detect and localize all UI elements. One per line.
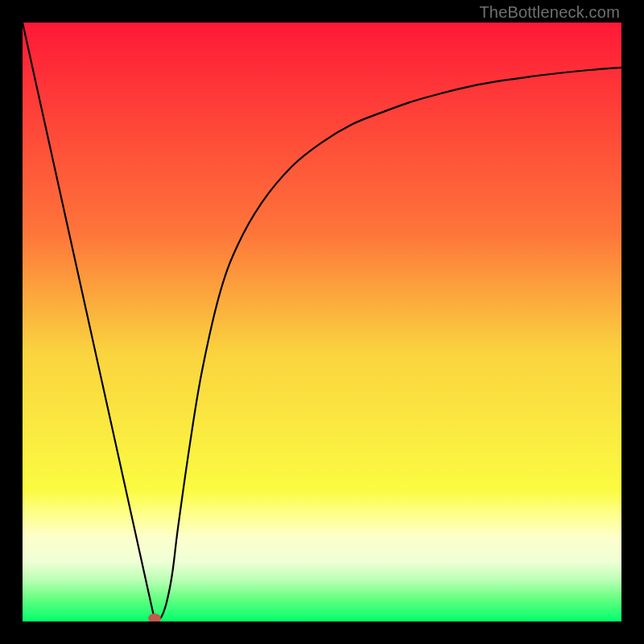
chart-frame: TheBottleneck.com: [0, 0, 644, 644]
bottleneck-curve: [23, 23, 621, 621]
watermark-text: TheBottleneck.com: [479, 3, 620, 22]
plot-area: [23, 23, 621, 621]
optimum-marker: [148, 613, 161, 621]
